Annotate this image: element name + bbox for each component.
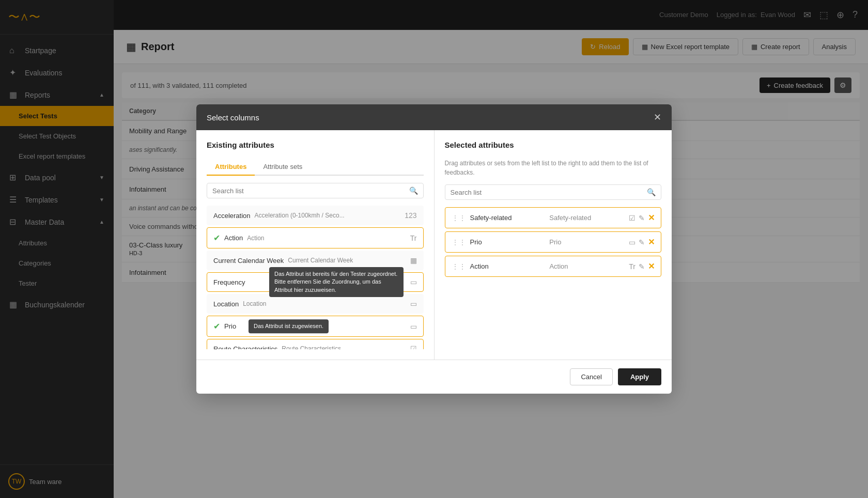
- remove-button[interactable]: ✕: [648, 261, 655, 271]
- attr-type-prio-icon: ▭: [410, 322, 417, 331]
- modal-header: Select columns ✕: [196, 104, 672, 130]
- left-panel-title: Existing attributes: [207, 141, 424, 149]
- apply-button[interactable]: Apply: [618, 368, 661, 385]
- drag-handle-icon[interactable]: ⋮⋮: [452, 238, 466, 246]
- search-box-right[interactable]: 🔍: [445, 184, 662, 200]
- modal-footer: Cancel Apply: [196, 360, 672, 394]
- selected-item-actions: Tr ✎ ✕: [629, 261, 655, 271]
- right-panel-desc: Drag attributes or sets from the left li…: [445, 159, 662, 177]
- search-input-right[interactable]: [451, 189, 643, 196]
- selected-item-prio: ⋮⋮ Prio Prio ▭ ✎ ✕: [445, 231, 662, 253]
- cancel-button[interactable]: Cancel: [570, 368, 612, 385]
- selected-item-actions: ☑ ✎ ✕: [629, 213, 655, 223]
- frequency-tooltip: Das Attribut ist bereits für den Tester …: [269, 267, 404, 297]
- selected-item-actions: ▭ ✎ ✕: [629, 237, 655, 247]
- remove-button[interactable]: ✕: [648, 213, 655, 223]
- attr-item-prio[interactable]: ✔ Prio Das Attribut ist zugewiesen. ▭: [207, 316, 424, 337]
- checkbox-icon[interactable]: ☑: [629, 214, 636, 222]
- attr-type-route-icon: ☑: [410, 345, 417, 349]
- remove-button[interactable]: ✕: [648, 237, 655, 247]
- drag-handle-icon[interactable]: ⋮⋮: [452, 214, 466, 222]
- search-icon-left: 🔍: [409, 186, 418, 195]
- select-columns-modal: Select columns ✕ Existing attributes Att…: [196, 104, 672, 394]
- attr-item-route-characteristics[interactable]: Route Characteristics Route Characterist…: [207, 339, 424, 349]
- attr-item-frequency[interactable]: Frequency ▭ Das Attribut ist bereits für…: [207, 272, 424, 292]
- check-icon: ✔: [213, 321, 220, 331]
- edit-icon[interactable]: ✎: [639, 262, 645, 271]
- drag-handle-icon[interactable]: ⋮⋮: [452, 262, 466, 271]
- modal-overlay: Select columns ✕ Existing attributes Att…: [0, 0, 868, 498]
- prio-tooltip: Das Attribut ist zugewiesen.: [249, 319, 329, 333]
- attr-type-text-icon: Tr: [410, 234, 417, 242]
- edit-icon[interactable]: ✎: [639, 238, 645, 246]
- selected-attributes-list: ⋮⋮ Safety-related Safety-related ☑ ✎ ✕: [445, 207, 662, 349]
- left-panel: Existing attributes Attributes Attribute…: [196, 130, 435, 360]
- search-icon-right: 🔍: [647, 188, 656, 196]
- attr-item-action[interactable]: ✔ Action Action Tr: [207, 227, 424, 248]
- right-panel-title: Selected attributes: [445, 141, 662, 149]
- attr-type-location-icon: ▭: [410, 300, 417, 308]
- right-panel: Selected attributes Drag attributes or s…: [435, 130, 672, 360]
- tab-attribute-sets[interactable]: Attribute sets: [255, 159, 311, 176]
- modal-close-button[interactable]: ✕: [654, 112, 661, 123]
- attribute-list: Acceleration Acceleration (0-100kmh / Se…: [207, 206, 424, 349]
- search-input-left[interactable]: [212, 187, 405, 195]
- attr-type-calendar-icon: ▦: [410, 256, 417, 264]
- edit-icon[interactable]: ✎: [639, 214, 645, 222]
- modal-title: Select columns: [207, 113, 259, 122]
- modal-body: Existing attributes Attributes Attribute…: [196, 130, 672, 360]
- attr-type-freq-icon: ▭: [410, 278, 417, 286]
- attr-item-acceleration[interactable]: Acceleration Acceleration (0-100kmh / Se…: [207, 206, 424, 225]
- selected-item-action: ⋮⋮ Action Action Tr ✎ ✕: [445, 256, 662, 277]
- tab-row: Attributes Attribute sets: [207, 159, 424, 176]
- input-icon[interactable]: ▭: [629, 238, 636, 246]
- attr-type-number-icon: 123: [405, 211, 416, 220]
- selected-item-safety-related: ⋮⋮ Safety-related Safety-related ☑ ✎ ✕: [445, 207, 662, 228]
- check-icon: ✔: [213, 233, 220, 243]
- tab-attributes[interactable]: Attributes: [207, 159, 255, 176]
- search-box-left[interactable]: 🔍: [207, 183, 424, 198]
- text-icon[interactable]: Tr: [629, 262, 636, 271]
